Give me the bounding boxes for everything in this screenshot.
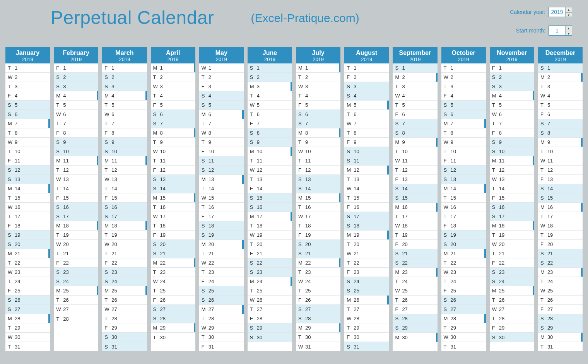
day-cell[interactable]: T30 — [151, 333, 195, 342]
day-cell[interactable]: S26 — [199, 296, 244, 305]
day-cell[interactable]: S29 — [538, 323, 583, 333]
day-cell[interactable]: S11 — [199, 156, 244, 166]
day-cell[interactable]: T24 — [5, 277, 50, 286]
day-cell[interactable]: S30 — [102, 333, 147, 342]
day-cell[interactable]: F22 — [54, 258, 98, 268]
day-cell[interactable]: S20 — [441, 240, 486, 249]
day-cell[interactable]: F11 — [5, 156, 50, 166]
day-cell[interactable]: S3 — [54, 82, 98, 91]
day-cell[interactable]: F20 — [538, 240, 583, 249]
day-cell[interactable]: T11 — [296, 156, 340, 166]
day-cell[interactable]: W13 — [54, 175, 98, 184]
day-cell[interactable]: T5 — [538, 101, 583, 110]
day-cell[interactable]: S8 — [248, 128, 292, 138]
year-up-button[interactable]: ▲ — [566, 7, 572, 12]
day-cell[interactable]: T22 — [344, 258, 389, 268]
day-cell[interactable]: M3 — [248, 82, 292, 91]
day-cell[interactable]: W6 — [490, 110, 534, 119]
day-cell[interactable]: T6 — [344, 110, 389, 119]
day-cell[interactable]: F26 — [296, 296, 340, 305]
day-cell[interactable]: T18 — [248, 221, 292, 231]
day-cell[interactable]: M28 — [441, 314, 486, 323]
day-cell[interactable]: F6 — [538, 110, 583, 119]
day-cell[interactable]: W20 — [490, 240, 534, 249]
day-cell[interactable]: W4 — [538, 91, 583, 101]
day-cell[interactable]: W25 — [393, 286, 437, 296]
day-cell[interactable]: F28 — [248, 314, 292, 323]
day-cell[interactable]: M9 — [538, 138, 583, 147]
day-cell[interactable]: S14 — [151, 184, 195, 193]
day-cell[interactable]: S28 — [296, 314, 340, 323]
day-cell[interactable]: W3 — [151, 82, 195, 91]
day-cell[interactable]: W18 — [538, 221, 583, 231]
day-cell[interactable]: S21 — [151, 249, 195, 258]
day-cell[interactable]: F21 — [248, 249, 292, 258]
day-cell[interactable]: T28 — [490, 314, 534, 323]
day-cell[interactable]: S10 — [344, 147, 389, 156]
day-cell[interactable]: S18 — [344, 221, 389, 231]
day-cell[interactable]: T17 — [538, 212, 583, 221]
day-cell[interactable]: M5 — [344, 101, 389, 110]
day-cell[interactable]: S11 — [344, 156, 389, 166]
day-cell[interactable]: S4 — [344, 91, 389, 101]
day-cell[interactable]: M10 — [248, 147, 292, 156]
day-cell[interactable]: T5 — [490, 101, 534, 110]
day-cell[interactable]: S9 — [490, 138, 534, 147]
day-cell[interactable]: W8 — [199, 128, 244, 138]
day-cell[interactable]: W26 — [248, 296, 292, 305]
day-cell[interactable]: W21 — [344, 249, 389, 258]
day-cell[interactable]: F3 — [199, 82, 244, 91]
day-cell[interactable]: W20 — [54, 240, 98, 249]
day-cell[interactable]: T29 — [344, 323, 389, 333]
day-cell[interactable]: S1 — [538, 63, 583, 73]
day-cell[interactable]: T25 — [151, 286, 195, 296]
day-cell[interactable]: S27 — [296, 305, 340, 314]
day-cell[interactable]: F29 — [490, 323, 534, 333]
day-cell[interactable]: S6 — [5, 110, 50, 119]
day-cell[interactable]: T19 — [393, 231, 437, 240]
day-cell[interactable]: S17 — [344, 212, 389, 221]
day-cell[interactable]: W9 — [5, 138, 50, 147]
day-cell[interactable]: S29 — [393, 323, 437, 333]
day-cell[interactable]: T29 — [5, 323, 50, 333]
day-cell[interactable]: S23 — [54, 268, 98, 277]
day-cell[interactable]: F12 — [151, 166, 195, 175]
day-cell[interactable]: W3 — [296, 82, 340, 91]
day-cell[interactable]: S28 — [151, 314, 195, 323]
day-cell[interactable]: S9 — [248, 138, 292, 147]
day-cell[interactable]: T10 — [393, 147, 437, 156]
day-cell[interactable]: S24 — [54, 277, 98, 286]
day-cell[interactable]: M24 — [248, 277, 292, 286]
day-cell[interactable]: M4 — [54, 91, 98, 101]
day-cell[interactable]: W13 — [102, 175, 147, 184]
day-cell[interactable]: S21 — [296, 249, 340, 258]
day-cell[interactable]: T2 — [296, 73, 340, 82]
day-cell[interactable]: W20 — [102, 240, 147, 249]
day-cell[interactable]: F19 — [296, 231, 340, 240]
day-cell[interactable]: M2 — [538, 73, 583, 82]
day-cell[interactable]: T5 — [393, 101, 437, 110]
day-cell[interactable]: S14 — [393, 184, 437, 193]
day-cell[interactable]: F17 — [199, 212, 244, 221]
day-cell[interactable]: M11 — [490, 156, 534, 166]
day-cell[interactable]: T15 — [441, 193, 486, 203]
day-cell[interactable]: M22 — [151, 258, 195, 268]
day-cell[interactable]: M9 — [393, 138, 437, 147]
day-cell[interactable]: F18 — [5, 221, 50, 231]
day-cell[interactable]: T24 — [538, 277, 583, 286]
day-cell[interactable]: M15 — [151, 193, 195, 203]
day-cell[interactable]: F4 — [5, 91, 50, 101]
day-cell[interactable]: S25 — [199, 286, 244, 296]
day-cell[interactable]: W24 — [151, 277, 195, 286]
day-cell[interactable]: S17 — [490, 212, 534, 221]
day-cell[interactable]: T4 — [151, 91, 195, 101]
day-cell[interactable]: M1 — [151, 63, 195, 73]
day-cell[interactable]: W29 — [199, 323, 244, 333]
day-cell[interactable]: T30 — [296, 333, 340, 342]
day-cell[interactable]: T10 — [5, 147, 50, 156]
day-cell[interactable]: T26 — [393, 296, 437, 305]
day-cell[interactable]: W7 — [344, 119, 389, 128]
day-cell[interactable]: S15 — [393, 193, 437, 203]
day-cell[interactable]: M11 — [54, 156, 98, 166]
day-cell[interactable]: T28 — [54, 314, 98, 323]
